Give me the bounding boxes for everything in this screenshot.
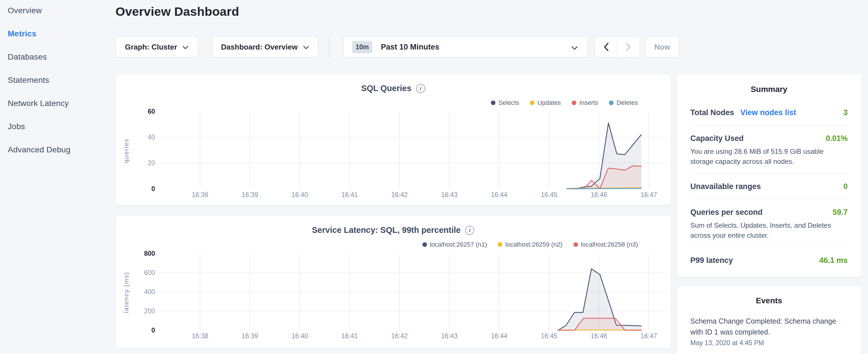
- y-tick-label: 200: [144, 307, 155, 315]
- summary-heading: Summary: [690, 85, 848, 94]
- x-tick-label: 16:46: [591, 191, 607, 198]
- x-tick-label: 16:39: [242, 332, 258, 340]
- service-latency-chart-card: Service Latency: SQL, 99th percentile i …: [115, 215, 671, 349]
- x-tick-label: 16:47: [641, 332, 657, 340]
- service-latency-chart: 16:3816:3916:4016:4116:4216:4316:4416:45…: [116, 216, 672, 349]
- now-button[interactable]: Now: [646, 36, 679, 58]
- sidebar-item-advanced-debug[interactable]: Advanced Debug: [8, 146, 105, 154]
- dashboard-dropdown-label: Dashboard: Overview: [221, 43, 298, 52]
- summary-value: 46.1 ms: [819, 256, 848, 265]
- x-tick-label: 16:40: [291, 332, 308, 340]
- x-tick-label: 16:41: [341, 191, 358, 198]
- summary-panel: Summary Total Nodes View nodes list 3 Ca…: [676, 74, 862, 277]
- y-tick-label: 0: [151, 326, 155, 334]
- graph-dropdown[interactable]: Graph: Cluster: [116, 36, 198, 58]
- divider: [690, 200, 848, 200]
- next-time-range-button[interactable]: [617, 37, 640, 57]
- chevron-down-icon: [571, 46, 578, 50]
- x-tick-label: 16:44: [491, 332, 507, 340]
- y-tick-label: 800: [144, 250, 155, 257]
- event-timestamp: May 13, 2020 at 4:45 PM: [690, 339, 848, 347]
- x-tick-label: 16:39: [242, 191, 258, 198]
- time-window-label: Past 10 Minutes: [381, 43, 439, 52]
- summary-value: 0.01%: [826, 134, 848, 143]
- sidebar-nav: Overview Metrics Databases Statements Ne…: [8, 6, 105, 169]
- time-window-dropdown[interactable]: 10m Past 10 Minutes: [343, 36, 588, 58]
- events-panel: Events Schema Change Completed: Schema c…: [676, 286, 862, 354]
- y-tick-label: 600: [144, 269, 155, 277]
- x-tick-label: 16:42: [391, 332, 408, 340]
- summary-description: Sum of Selects, Updates, Inserts, and De…: [690, 220, 842, 240]
- x-tick-label: 16:45: [541, 191, 557, 198]
- y-tick-label: 60: [148, 108, 155, 115]
- summary-row-p99-latency: P99 latency 46.1 ms: [690, 256, 848, 265]
- sql-queries-chart-card: SQL Queries i Selects Updates Inserts De…: [115, 74, 671, 205]
- x-tick-label: 16:46: [591, 332, 607, 340]
- time-nav-button-group: [595, 36, 640, 58]
- sidebar-item-metrics[interactable]: Metrics: [8, 30, 105, 38]
- x-tick-label: 16:43: [441, 332, 458, 340]
- x-tick-label: 16:45: [541, 332, 557, 340]
- summary-row-unavailable-ranges: Unavailable ranges 0: [690, 182, 848, 191]
- overview-dashboard-page: { "page": { "title": "Overview Dashboard…: [0, 0, 868, 354]
- event-message[interactable]: Schema Change Completed: Schema change w…: [690, 316, 848, 337]
- graph-dropdown-label: Graph: Cluster: [125, 43, 177, 52]
- x-tick-label: 16:38: [192, 332, 208, 340]
- summary-label: Unavailable ranges: [690, 182, 761, 191]
- previous-time-range-button[interactable]: [595, 37, 617, 57]
- summary-label: Total Nodes: [690, 108, 734, 117]
- chevron-down-icon: [182, 45, 189, 50]
- x-tick-label: 16:47: [641, 191, 657, 198]
- chevron-down-icon: [303, 45, 309, 50]
- toolbar-divider: [329, 36, 330, 58]
- page-title: Overview Dashboard: [116, 5, 239, 19]
- summary-label: Queries per second: [690, 208, 763, 217]
- summary-label: P99 latency: [690, 256, 733, 265]
- sidebar-item-overview[interactable]: Overview: [8, 6, 105, 15]
- dashboard-dropdown[interactable]: Dashboard: Overview: [212, 36, 318, 58]
- summary-value: 3: [843, 108, 848, 117]
- view-nodes-list-link[interactable]: View nodes list: [741, 108, 796, 117]
- x-tick-label: 16:41: [341, 332, 358, 340]
- sidebar-item-jobs[interactable]: Jobs: [8, 122, 105, 131]
- events-heading: Events: [690, 296, 848, 305]
- time-window-badge: 10m: [352, 41, 372, 53]
- summary-label: Capacity Used: [690, 134, 744, 143]
- sidebar-item-databases[interactable]: Databases: [8, 53, 105, 61]
- chevron-right-icon: [626, 43, 631, 51]
- divider: [690, 126, 848, 126]
- chevron-left-icon: [603, 43, 609, 51]
- divider: [690, 174, 848, 174]
- y-tick-label: 20: [148, 159, 155, 167]
- sidebar-item-network-latency[interactable]: Network Latency: [8, 99, 105, 108]
- y-tick-label: 0: [151, 185, 155, 192]
- summary-value: 59.7: [833, 208, 848, 217]
- summary-value: 0: [843, 182, 848, 191]
- sql-queries-chart: 16:3816:3916:4016:4116:4216:4316:4416:45…: [116, 74, 672, 206]
- x-tick-label: 16:44: [491, 191, 507, 198]
- summary-row-total-nodes: Total Nodes View nodes list 3: [690, 108, 848, 117]
- x-tick-label: 16:43: [441, 191, 458, 198]
- sidebar-item-statements[interactable]: Statements: [8, 76, 105, 85]
- x-tick-label: 16:42: [391, 191, 408, 198]
- summary-row-queries-per-second: Queries per second 59.7: [690, 208, 848, 217]
- x-tick-label: 16:40: [291, 191, 308, 198]
- y-tick-label: 40: [148, 133, 155, 141]
- x-tick-label: 16:38: [192, 191, 208, 198]
- summary-description: You are using 28.6 MiB of 515.9 GiB usab…: [690, 147, 842, 166]
- y-tick-label: 400: [144, 288, 155, 296]
- summary-row-capacity-used: Capacity Used 0.01%: [690, 134, 848, 143]
